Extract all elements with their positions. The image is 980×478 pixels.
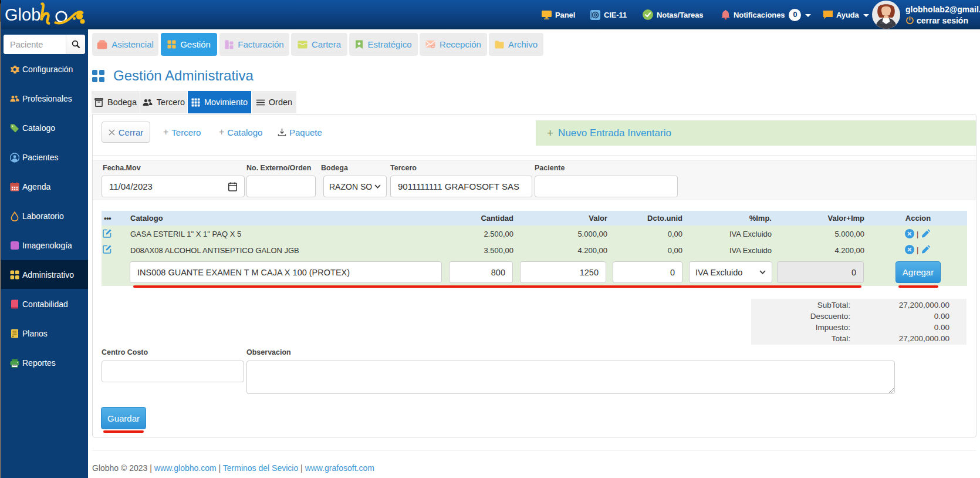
svg-text:Glob: Glob xyxy=(5,5,40,24)
